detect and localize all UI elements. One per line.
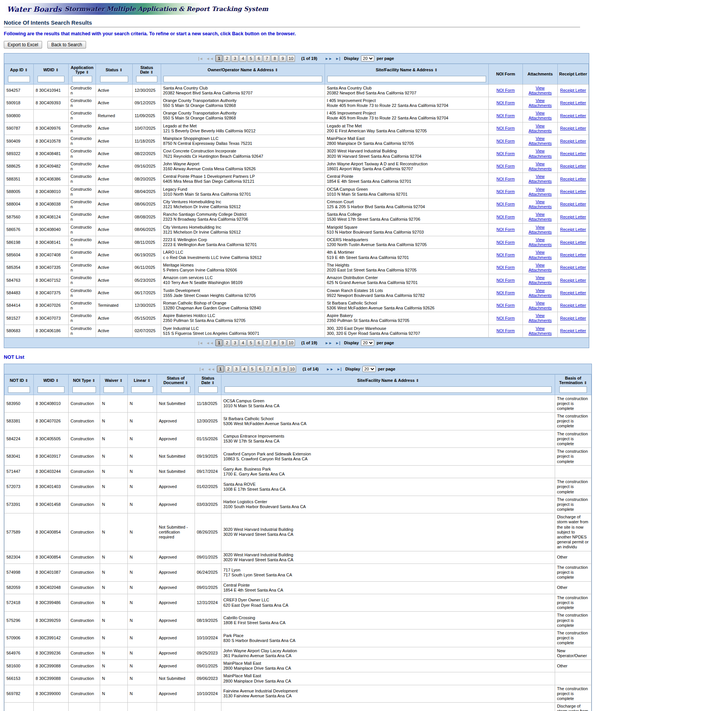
per-page-select[interactable]: 20 — [362, 366, 376, 372]
sort-icon[interactable]: ⇕ — [92, 378, 95, 383]
noi-form-link[interactable]: NOI Form — [496, 202, 515, 206]
page-button-8[interactable]: 8 — [273, 366, 280, 372]
view-attachments-link[interactable]: View Attachments — [529, 199, 552, 209]
view-attachments-link[interactable]: View Attachments — [529, 212, 552, 221]
col-header-not_id[interactable]: NOT ID⇕ — [5, 375, 34, 386]
view-attachments-link[interactable]: View Attachments — [529, 326, 552, 336]
export-to-excel-button[interactable]: Export to Excel — [4, 41, 42, 49]
col-header-status_of_document[interactable]: Status of Document⇕ — [157, 375, 195, 386]
sort-icon[interactable]: ⇕ — [185, 381, 188, 385]
col-header-basis_of_termination[interactable]: Basis of Termination⇕ — [555, 375, 592, 386]
view-attachments-link[interactable]: View Attachments — [529, 187, 552, 196]
noi-filter-owner_operator-input[interactable] — [163, 76, 322, 82]
not-filter-not_id-input[interactable] — [8, 386, 30, 393]
page-button-1[interactable]: 1 — [215, 339, 223, 346]
page-button-9[interactable]: 9 — [279, 55, 286, 62]
receipt-letter-link[interactable]: Receipt Letter — [560, 100, 586, 105]
noi-form-link[interactable]: NOI Form — [496, 316, 515, 320]
page-button-6[interactable]: 6 — [255, 55, 262, 62]
noi-form-link[interactable]: NOI Form — [496, 290, 515, 295]
sort-icon[interactable]: ⇕ — [55, 378, 58, 383]
noi-form-link[interactable]: NOI Form — [496, 253, 515, 257]
noi-form-link[interactable]: NOI Form — [496, 215, 515, 219]
page-button-1[interactable]: 1 — [217, 366, 224, 372]
noi-form-link[interactable]: NOI Form — [496, 227, 515, 232]
last-page-button[interactable]: ►| — [336, 57, 340, 61]
page-button-10[interactable]: 10 — [287, 55, 295, 62]
not-filter-site_facility-input[interactable] — [224, 386, 551, 393]
page-button-10[interactable]: 10 — [289, 366, 296, 372]
col-header-app_id[interactable]: App ID⇕ — [5, 64, 34, 75]
view-attachments-link[interactable]: View Attachments — [529, 225, 552, 234]
page-button-5[interactable]: 5 — [249, 366, 256, 372]
receipt-letter-link[interactable]: Receipt Letter — [560, 189, 586, 194]
view-attachments-link[interactable]: View Attachments — [529, 124, 552, 133]
page-button-2[interactable]: 2 — [223, 339, 231, 346]
view-attachments-link[interactable]: View Attachments — [529, 250, 552, 259]
page-button-3[interactable]: 3 — [231, 339, 238, 346]
sort-icon[interactable]: ⇕ — [55, 68, 58, 72]
page-button-4[interactable]: 4 — [239, 339, 246, 346]
next-page-button[interactable]: ►► — [325, 57, 333, 61]
col-header-wdid[interactable]: WDID⇕ — [34, 64, 69, 75]
back-to-search-button[interactable]: Back to Search — [47, 41, 86, 49]
noi-filter-site_facility-input[interactable] — [327, 76, 486, 82]
not-filter-noi_type-input[interactable] — [72, 386, 96, 393]
col-header-site_facility[interactable]: Site/Facility Name & Address⇕ — [221, 375, 555, 386]
receipt-letter-link[interactable]: Receipt Letter — [560, 227, 586, 232]
col-header-application_type[interactable]: Application Type⇕ — [69, 64, 96, 75]
sort-icon[interactable]: ⇕ — [25, 68, 28, 72]
noi-form-link[interactable]: NOI Form — [496, 139, 515, 143]
receipt-letter-link[interactable]: Receipt Letter — [560, 303, 586, 308]
not-filter-status_date-input[interactable] — [198, 386, 218, 393]
receipt-letter-link[interactable]: Receipt Letter — [560, 126, 586, 130]
last-page-button[interactable]: ►| — [337, 367, 342, 371]
receipt-letter-link[interactable]: Receipt Letter — [560, 253, 586, 257]
noi-filter-wdid-input[interactable] — [38, 76, 64, 82]
noi-filter-app_id-input[interactable] — [8, 76, 30, 82]
not-filter-status_of_document-input[interactable] — [161, 386, 190, 393]
view-attachments-link[interactable]: View Attachments — [529, 263, 552, 272]
page-button-5[interactable]: 5 — [247, 55, 254, 62]
sort-icon[interactable]: ⇕ — [584, 381, 587, 385]
receipt-letter-link[interactable]: Receipt Letter — [560, 202, 586, 206]
col-header-site_facility[interactable]: Site/Facility Name & Address⇕ — [325, 64, 489, 75]
page-button-4[interactable]: 4 — [239, 55, 246, 62]
page-button-5[interactable]: 5 — [247, 339, 254, 346]
view-attachments-link[interactable]: View Attachments — [529, 288, 552, 298]
page-button-9[interactable]: 9 — [279, 339, 286, 346]
col-header-status_date[interactable]: Status Date⇕ — [133, 64, 161, 75]
sort-icon[interactable]: ⇕ — [275, 68, 278, 72]
receipt-letter-link[interactable]: Receipt Letter — [560, 215, 586, 219]
noi-form-link[interactable]: NOI Form — [496, 100, 515, 105]
noi-form-link[interactable]: NOI Form — [496, 88, 515, 93]
not-filter-basis_of_termination-input[interactable] — [559, 386, 587, 393]
view-attachments-link[interactable]: View Attachments — [529, 111, 552, 120]
receipt-letter-link[interactable]: Receipt Letter — [560, 278, 586, 283]
noi-form-link[interactable]: NOI Form — [496, 177, 515, 181]
page-button-9[interactable]: 9 — [281, 366, 288, 372]
view-attachments-link[interactable]: View Attachments — [529, 98, 552, 108]
next-page-button[interactable]: ►► — [326, 367, 334, 371]
view-attachments-link[interactable]: View Attachments — [529, 149, 552, 158]
noi-filter-status-input[interactable] — [100, 76, 129, 82]
col-header-status[interactable]: Status⇕ — [96, 64, 133, 75]
noi-form-link[interactable]: NOI Form — [496, 113, 515, 118]
page-button-7[interactable]: 7 — [263, 55, 270, 62]
view-attachments-link[interactable]: View Attachments — [529, 136, 552, 146]
not-filter-linear-input[interactable] — [131, 386, 153, 393]
per-page-select[interactable]: 20 — [361, 340, 374, 346]
receipt-letter-link[interactable]: Receipt Letter — [560, 316, 586, 320]
page-button-2[interactable]: 2 — [225, 366, 232, 372]
page-button-1[interactable]: 1 — [215, 55, 223, 62]
page-button-6[interactable]: 6 — [257, 366, 264, 372]
view-attachments-link[interactable]: View Attachments — [529, 275, 552, 285]
noi-form-link[interactable]: NOI Form — [496, 151, 515, 156]
view-attachments-link[interactable]: View Attachments — [529, 162, 552, 171]
page-button-8[interactable]: 8 — [271, 55, 278, 62]
noi-filter-application_type-input[interactable] — [72, 76, 93, 82]
receipt-letter-link[interactable]: Receipt Letter — [560, 240, 586, 245]
receipt-letter-link[interactable]: Receipt Letter — [560, 113, 586, 118]
sort-icon[interactable]: ⇕ — [119, 68, 122, 72]
page-button-8[interactable]: 8 — [271, 339, 278, 346]
